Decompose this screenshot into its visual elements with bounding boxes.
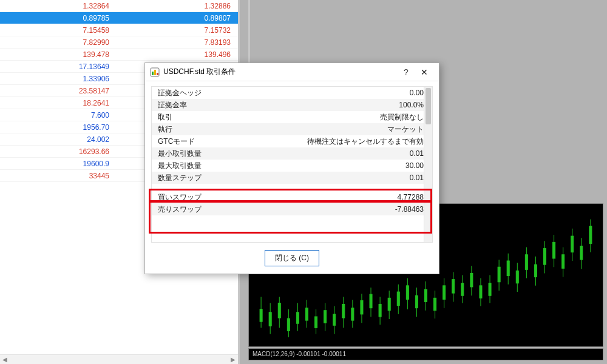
spec-value: 0.00 — [243, 89, 426, 97]
bid-cell: 1956.70 — [0, 123, 115, 132]
svg-rect-25 — [370, 294, 372, 308]
svg-rect-55 — [507, 261, 509, 276]
spec-row[interactable]: 数量ステップ0.01 — [152, 172, 432, 184]
svg-rect-19 — [342, 305, 345, 318]
app-icon — [150, 67, 160, 77]
spec-label: GTCモード — [158, 136, 243, 147]
macd-indicator-strip: MACD(12,26,9) -0.00101 -0.00011 — [248, 348, 603, 360]
market-watch-hscroll[interactable]: ◀ ▶ — [0, 354, 238, 364]
svg-rect-39 — [434, 298, 436, 310]
macd-label: MACD(12,26,9) -0.00101 -0.00011 — [253, 351, 346, 357]
market-watch-row[interactable]: 0.897850.89807 — [0, 12, 238, 24]
svg-rect-67 — [562, 255, 565, 268]
svg-rect-23 — [361, 300, 363, 314]
bid-cell: 7.82990 — [0, 38, 115, 47]
chevron-right-icon[interactable]: ▶ — [228, 356, 238, 363]
ask-cell: 0.89807 — [115, 14, 237, 22]
spec-label: 最小取引数量 — [158, 149, 243, 159]
spec-row-partial — [152, 184, 432, 191]
spec-row[interactable]: 執行マーケット — [152, 123, 432, 135]
svg-rect-47 — [470, 273, 473, 286]
svg-rect-27 — [379, 305, 381, 317]
spec-row[interactable]: GTCモード待機注文はキャンセルするまで有効 — [152, 135, 432, 147]
market-watch-row[interactable]: 1.328641.32886 — [0, 0, 238, 12]
close-icon[interactable]: ✕ — [415, 67, 434, 77]
spec-label: 買いスワップ — [158, 192, 243, 203]
bid-cell: 1.33906 — [0, 75, 115, 83]
svg-rect-49 — [480, 286, 482, 298]
svg-rect-5 — [278, 303, 280, 318]
spec-label: 最大取引数量 — [158, 161, 243, 171]
spec-row[interactable]: 買いスワップ4.77288 — [152, 191, 432, 203]
svg-rect-7 — [287, 318, 290, 331]
bid-cell: 7.15458 — [0, 26, 115, 35]
spec-row[interactable]: 最小取引数量0.01 — [152, 147, 432, 160]
spec-row[interactable]: 売りスワップ-7.88463 — [152, 203, 432, 215]
spec-row-partial-bottom — [152, 215, 432, 221]
svg-rect-77 — [157, 73, 158, 75]
svg-rect-37 — [424, 289, 427, 302]
bid-cell: 33445 — [0, 172, 115, 180]
spec-label: 証拠金ヘッジ — [158, 88, 243, 98]
market-watch-row[interactable]: 139.478139.496 — [0, 49, 238, 61]
close-button[interactable]: 閉じる (C) — [265, 250, 319, 266]
spec-value: 0.01 — [243, 174, 426, 182]
spec-value: マーケット — [243, 124, 426, 135]
spec-row[interactable]: 最大取引数量30.00 — [152, 160, 432, 172]
svg-rect-73 — [589, 226, 592, 244]
bid-cell: 1.32864 — [0, 2, 115, 10]
svg-rect-53 — [498, 267, 500, 282]
svg-rect-41 — [443, 286, 446, 299]
spec-row[interactable]: 取引売買制限なし — [152, 111, 432, 123]
ask-cell: 7.83193 — [115, 38, 237, 47]
spec-label: 証拠金率 — [158, 100, 243, 110]
bid-cell: 0.89785 — [0, 14, 115, 22]
spec-label: 執行 — [158, 124, 243, 135]
spec-value: 0.01 — [243, 149, 426, 158]
svg-rect-35 — [415, 295, 418, 308]
bid-cell: 23.58147 — [0, 87, 115, 95]
market-watch-row[interactable]: 7.154587.15732 — [0, 24, 238, 36]
svg-rect-63 — [543, 249, 546, 265]
ask-cell: 1.32886 — [115, 2, 237, 10]
svg-rect-17 — [333, 314, 336, 325]
svg-rect-15 — [324, 311, 327, 323]
spec-row[interactable]: 証拠金率100.0% — [152, 99, 432, 111]
spec-value: 30.00 — [243, 161, 426, 170]
dialog-titlebar[interactable]: USDCHF.std 取引条件 ? ✕ — [145, 63, 439, 81]
svg-rect-59 — [525, 255, 527, 270]
svg-rect-29 — [388, 298, 390, 310]
spec-scrollbar[interactable] — [424, 87, 432, 242]
svg-rect-65 — [553, 242, 555, 258]
market-watch-row[interactable]: 7.829907.83193 — [0, 36, 238, 49]
spec-value: 100.0% — [243, 101, 426, 109]
spec-list[interactable]: 証拠金ヘッジ0.00証拠金率100.0%取引売買制限なし執行マーケットGTCモー… — [151, 86, 433, 243]
svg-rect-11 — [305, 308, 308, 320]
spec-scrollbar-thumb[interactable] — [426, 88, 431, 124]
spec-value: 売買制限なし — [243, 112, 426, 123]
svg-rect-1 — [260, 309, 262, 322]
bid-cell: 17.13649 — [0, 62, 115, 71]
spec-value: -7.88463 — [243, 205, 426, 214]
svg-rect-75 — [152, 72, 154, 75]
svg-rect-3 — [269, 312, 271, 326]
svg-rect-51 — [489, 283, 491, 295]
bid-cell: 7.600 — [0, 111, 115, 120]
bid-cell: 18.2641 — [0, 99, 115, 107]
help-icon[interactable]: ? — [398, 67, 415, 77]
dialog-title: USDCHF.std 取引条件 — [163, 67, 398, 77]
symbol-spec-dialog: USDCHF.std 取引条件 ? ✕ 証拠金ヘッジ0.00証拠金率100.0%… — [144, 62, 439, 274]
bid-cell: 139.478 — [0, 50, 115, 59]
spec-label: 売りスワップ — [158, 204, 243, 215]
spec-row[interactable]: 証拠金ヘッジ0.00 — [152, 87, 432, 99]
svg-rect-61 — [534, 265, 537, 277]
bid-cell: 16293.66 — [0, 147, 115, 156]
svg-rect-31 — [397, 292, 399, 305]
chevron-left-icon[interactable]: ◀ — [0, 356, 10, 363]
svg-rect-9 — [296, 312, 299, 323]
svg-rect-21 — [351, 308, 354, 320]
svg-rect-33 — [406, 286, 409, 299]
ask-cell: 139.496 — [115, 50, 237, 59]
svg-rect-76 — [154, 70, 156, 75]
bid-cell: 24.002 — [0, 135, 115, 144]
